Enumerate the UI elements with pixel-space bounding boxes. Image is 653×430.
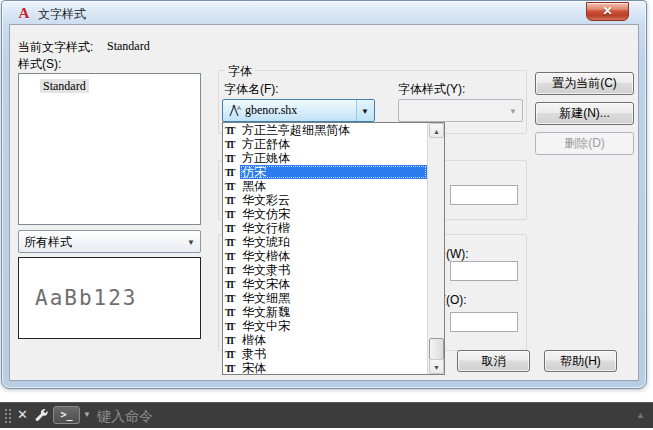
chevron-down-icon: ▼: [361, 107, 369, 116]
dialog-titlebar[interactable]: A 文字样式: [3, 1, 649, 25]
shx-font-icon: A: [227, 104, 242, 118]
command-input-placeholder[interactable]: 键入命令: [97, 408, 153, 426]
font-option-label: 隶书: [240, 347, 427, 361]
expand-panel-icon[interactable]: ▲: [636, 410, 645, 420]
font-option-label: 方正姚体: [240, 151, 427, 165]
style-list-item-label: Standard: [40, 79, 89, 93]
close-icon: ✕: [602, 4, 612, 18]
font-name-label: 字体名(F):: [224, 81, 279, 98]
style-preview-box: AaBb123: [18, 257, 201, 339]
font-option[interactable]: TT方正舒体: [223, 137, 427, 151]
font-style-label: 字体样式(Y):: [398, 81, 465, 98]
truetype-icon: TT: [225, 279, 240, 290]
font-option-label: 黑体: [240, 179, 427, 193]
style-list-label: 样式(S):: [18, 56, 61, 73]
style-list-item[interactable]: Standard: [19, 74, 200, 94]
truetype-icon: TT: [225, 335, 240, 346]
scroll-down-icon[interactable]: ▼: [429, 359, 444, 374]
font-option[interactable]: TT华文宋体: [223, 277, 427, 291]
truetype-icon: TT: [225, 153, 240, 164]
font-option-label: 华文琥珀: [240, 235, 427, 249]
autocad-logo-icon: A: [16, 5, 32, 21]
truetype-icon: TT: [225, 349, 240, 360]
font-dropdown-list: TT方正兰亭超细黑简体TT方正舒体TT方正姚体TT仿宋TT黑体TT华文彩云TT华…: [222, 122, 445, 375]
truetype-icon: TT: [225, 293, 240, 304]
font-option[interactable]: TT仿宋: [223, 165, 427, 179]
command-close-icon[interactable]: ✕: [17, 407, 28, 422]
font-option-label: 华文新魏: [240, 305, 427, 319]
prompt-caret-icon[interactable]: ▼: [83, 410, 91, 419]
current-style-value: Standard: [107, 39, 150, 54]
font-group-label: 字体: [225, 63, 255, 80]
truetype-icon: TT: [225, 363, 240, 374]
font-option-label: 方正舒体: [240, 137, 427, 151]
font-option[interactable]: TT华文隶书: [223, 263, 427, 277]
scrollbar-thumb[interactable]: [429, 338, 444, 360]
font-option[interactable]: TT隶书: [223, 347, 427, 361]
oblique-angle-field[interactable]: [450, 312, 518, 332]
style-listbox[interactable]: Standard: [18, 73, 201, 225]
font-option[interactable]: TT楷体: [223, 333, 427, 347]
font-option-label: 华文细黑: [240, 291, 427, 305]
font-option-label: 华文楷体: [240, 249, 427, 263]
font-option-label: 华文行楷: [240, 221, 427, 235]
font-option-label: 华文彩云: [240, 193, 427, 207]
font-name-combo[interactable]: A gbenor.shx ▼: [222, 99, 375, 122]
truetype-icon: TT: [225, 209, 240, 220]
font-option-label: 华文中宋: [240, 319, 427, 333]
current-style-label: 当前文字样式:: [18, 39, 93, 56]
truetype-icon: TT: [225, 307, 240, 318]
font-list-scrollbar[interactable]: ▲ ▼: [427, 123, 444, 374]
truetype-icon: TT: [225, 223, 240, 234]
font-option-label: 宋体: [240, 361, 427, 374]
font-option[interactable]: TT华文行楷: [223, 221, 427, 235]
font-name-value: gbenor.shx: [245, 103, 297, 118]
new-button[interactable]: 新建(N)...: [535, 102, 634, 125]
font-option[interactable]: TT华文中宋: [223, 319, 427, 333]
font-option[interactable]: TT华文琥珀: [223, 235, 427, 249]
svg-text:A: A: [237, 105, 241, 111]
font-option-label: 方正兰亭超细黑简体: [240, 123, 427, 137]
font-option-label: 仿宋: [240, 165, 427, 179]
font-option[interactable]: TT华文新魏: [223, 305, 427, 319]
command-prompt-button[interactable]: >_: [53, 406, 80, 424]
delete-button: 删除(D): [535, 132, 634, 155]
set-current-button[interactable]: 置为当前(C): [535, 72, 634, 95]
font-option[interactable]: TT黑体: [223, 179, 427, 193]
height-field[interactable]: [450, 185, 518, 205]
font-option[interactable]: TT华文楷体: [223, 249, 427, 263]
cancel-button[interactable]: 取消: [457, 350, 530, 372]
close-button[interactable]: ✕: [586, 2, 629, 21]
width-factor-field[interactable]: [450, 261, 518, 281]
chevron-down-icon: ▼: [187, 238, 195, 247]
font-option[interactable]: TT宋体: [223, 361, 427, 374]
truetype-icon: TT: [225, 167, 240, 178]
drag-grip[interactable]: [4, 408, 11, 424]
style-filter-combo[interactable]: 所有样式 ▼: [18, 230, 201, 253]
screen: A 文字样式 ✕ 当前文字样式: Standard 样式(S): Standar…: [0, 0, 653, 430]
truetype-icon: TT: [225, 181, 240, 192]
font-option[interactable]: TT方正姚体: [223, 151, 427, 165]
font-style-combo: ▼: [398, 99, 523, 122]
chevron-down-icon: ▼: [509, 107, 517, 116]
style-preview-text: AaBb123: [35, 285, 138, 310]
truetype-icon: TT: [225, 237, 240, 248]
command-bar: ✕ >_ ▼ 键入命令 ▲: [0, 402, 653, 428]
font-option-label: 楷体: [240, 333, 427, 347]
font-option-label: 华文宋体: [240, 277, 427, 291]
help-button[interactable]: 帮助(H): [544, 350, 617, 372]
truetype-icon: TT: [225, 265, 240, 276]
font-option-label: 华文隶书: [240, 263, 427, 277]
scroll-up-icon[interactable]: ▲: [429, 123, 444, 138]
font-option[interactable]: TT方正兰亭超细黑简体: [223, 123, 427, 137]
dialog-title: 文字样式: [38, 6, 86, 23]
truetype-icon: TT: [225, 195, 240, 206]
wrench-icon[interactable]: [33, 407, 48, 422]
font-option[interactable]: TT华文仿宋: [223, 207, 427, 221]
truetype-icon: TT: [225, 251, 240, 262]
truetype-icon: TT: [225, 139, 240, 150]
font-option-label: 华文仿宋: [240, 207, 427, 221]
font-option[interactable]: TT华文彩云: [223, 193, 427, 207]
font-option[interactable]: TT华文细黑: [223, 291, 427, 305]
style-filter-value: 所有样式: [24, 234, 72, 251]
